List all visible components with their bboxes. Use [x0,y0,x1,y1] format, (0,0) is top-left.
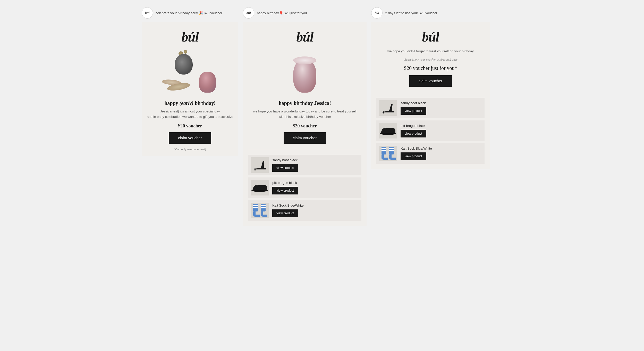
email-1-subject: celebrate your birthday early 🎉 $20 vouc… [156,11,222,15]
product-name-1: sandy boot black [272,158,359,162]
email-2-subject: happy birthday🎈 $20 just for you [257,11,307,15]
email-2-card: búl happy birthday Jessica! we hope you … [243,22,367,226]
product-row-3-1: sandy boot black view product [376,98,485,118]
svg-rect-12 [382,150,386,151]
decorative-ball-2 [184,50,187,54]
email-2-divider [248,150,361,150]
product-thumb-3-2 [379,123,397,138]
svg-rect-6 [261,205,266,206]
product-name-2: pitt brogue black [272,181,359,185]
product-row-3-3: Kalt Sock Blue/White view product [376,143,485,164]
candle-top [293,56,316,64]
email-3-column: búl 2 days left to use your $20 voucher … [371,5,490,226]
email-2-hero-image [248,49,361,95]
email-1-hero-image [147,49,233,95]
brogue-icon [251,183,269,192]
view-product-btn-3[interactable]: view product [272,209,298,217]
email-1-heading-part1: happy [164,100,179,106]
product-info-1: sandy boot black view product [272,158,359,172]
email-2-header: búl happy birthday🎈 $20 just for you [243,5,307,22]
product-thumb-2 [251,180,269,195]
email-2-brand: búl [296,29,313,45]
page-wrapper: búl celebrate your birthday early 🎉 $20 … [142,5,502,226]
email-3-product-list: sandy boot black view product pit [376,98,485,164]
email-1-column: búl celebrate your birthday early 🎉 $20 … [142,5,238,226]
email-2-heading: happy birthday Jessica! [279,100,331,106]
email-3-claim-button[interactable]: claim voucher [409,75,452,87]
product-info-3: Kalt Sock Blue/White view product [272,203,359,217]
email-3-logo: búl [371,7,383,19]
product-row-2: pitt brogue black view product [248,177,361,198]
svg-rect-3 [253,205,258,206]
email-1-header: búl celebrate your birthday early 🎉 $20 … [142,5,222,22]
email-3-divider [376,93,485,93]
product-info-3-2: pitt brogue black view product [401,124,482,137]
product-name-3-2: pitt brogue black [401,124,482,128]
email-1-heading-part2: birthday! [193,100,216,106]
email-1-voucher: $20 voucher [178,123,202,129]
email-1-claim-button[interactable]: claim voucher [169,132,211,144]
ceramic-vase [175,54,193,75]
svg-rect-4 [253,207,258,208]
product-thumb-3 [251,203,269,218]
email-1-heading: happy (early) birthday! [164,100,216,106]
email-2-claim-button[interactable]: claim voucher [284,132,326,144]
email-1-heading-em: (early) [180,100,193,106]
email-1-product-hero [154,49,226,95]
svg-rect-11 [382,148,386,149]
heel-boot-icon [252,159,267,172]
email-3-subtext: we hope you didn't forget to treat yours… [387,49,474,54]
ceramic-mug [199,72,216,93]
product-row-1: sandy boot black view product [248,155,361,175]
email-2-subtext: we hope you have a wonderful day today a… [253,109,357,120]
email-1-brand: búl [181,29,198,45]
product-thumb-3-3 [379,146,397,161]
email-1-subtext: Jessica(test) it's almost your special d… [147,109,233,120]
product-row-3: Kalt Sock Blue/White view product [248,200,361,221]
email-1-card: búl happy (early) birthday! Jessica(test… [142,22,238,156]
email-2-product-list: sandy boot black view product pit [248,155,361,221]
sock-icon [252,203,267,217]
email-2-column: búl happy birthday🎈 $20 just for you búl… [243,5,367,226]
svg-rect-7 [261,207,266,208]
product-info-2: pitt brogue black view product [272,181,359,194]
email-2-logo: búl [243,7,254,19]
product-thumb-1 [251,157,269,173]
heel-boot-icon-2 [380,102,396,115]
product-row-3-2: pitt brogue black view product [376,120,485,141]
svg-rect-0 [255,168,256,170]
candle-hero [289,51,320,93]
product-thumb-3-1 [379,100,397,116]
view-product-btn-1[interactable]: view product [272,164,298,172]
email-3-subject: 2 days left to use your $20 voucher [385,11,437,15]
email-1-logo: búl [142,7,153,19]
brogue-icon-2 [379,126,397,135]
email-3-brand: búl [422,29,439,45]
email-1-fine-print: *Can only use once (test) [174,148,206,151]
product-name-3: Kalt Sock Blue/White [272,203,359,207]
email-3-voucher: $20 voucher just for you* [404,65,457,71]
email-3-card: búl we hope you didn't forget to treat y… [371,22,490,169]
email-2-voucher: $20 voucher [293,123,317,129]
product-name-3-1: sandy boot black [401,101,482,105]
view-product-btn-2[interactable]: view product [272,187,298,194]
product-name-3-3: Kalt Sock Blue/White [401,146,482,150]
email-3-italic-note: please know your voucher expires in 2 da… [404,58,457,62]
svg-rect-15 [389,150,394,151]
svg-rect-14 [389,148,394,149]
sock-icon-2 [380,146,396,160]
email-3-header: búl 2 days left to use your $20 voucher [371,5,437,22]
view-product-btn-3-1[interactable]: view product [401,107,426,115]
product-info-3-1: sandy boot black view product [401,101,482,115]
view-product-btn-3-2[interactable]: view product [401,130,426,137]
view-product-btn-3-3[interactable]: view product [401,152,426,160]
svg-rect-8 [383,111,384,113]
product-info-3-3: Kalt Sock Blue/White view product [401,146,482,160]
